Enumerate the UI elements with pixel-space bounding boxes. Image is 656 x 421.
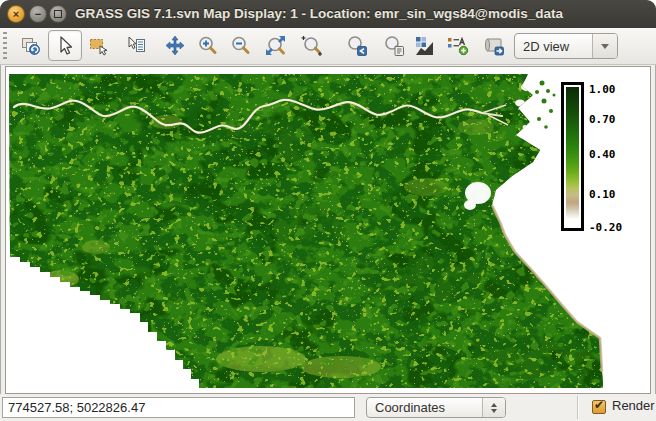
legend-label: 1.00 bbox=[589, 83, 616, 96]
titlebar[interactable]: × − GRASS GIS 7.1.svn Map Display: 1 - L… bbox=[0, 0, 656, 29]
render-checkbox-label: Render bbox=[612, 398, 655, 413]
analyze-map-icon bbox=[413, 34, 437, 58]
add-overlay-icon bbox=[445, 34, 469, 58]
legend-label: -0.20 bbox=[589, 221, 622, 234]
map-toolbar: 2D view bbox=[0, 28, 656, 65]
legend-label: 0.10 bbox=[589, 188, 616, 201]
map-display[interactable]: 1.00 0.70 0.40 0.10 -0.20 bbox=[6, 67, 650, 393]
close-button[interactable]: × bbox=[7, 5, 25, 23]
map-canvas: 1.00 0.70 0.40 0.10 -0.20 bbox=[5, 66, 651, 394]
delta-islands bbox=[535, 81, 556, 129]
zoom-region-icon bbox=[300, 34, 324, 58]
statusbar-separator bbox=[577, 396, 578, 419]
legend-label: 0.70 bbox=[589, 113, 616, 126]
pan-button[interactable] bbox=[161, 32, 189, 60]
grass-map-display-window: × − GRASS GIS 7.1.svn Map Display: 1 - L… bbox=[0, 0, 656, 421]
legend-label: 0.40 bbox=[589, 148, 616, 161]
zoom-in-icon bbox=[196, 34, 220, 58]
checkmark-icon: ✔ bbox=[594, 398, 604, 412]
pointer-button[interactable] bbox=[48, 30, 82, 61]
maximize-button[interactable] bbox=[49, 5, 67, 23]
statusbar-mode-spinner[interactable] bbox=[482, 398, 505, 417]
zoom-back-icon bbox=[345, 34, 369, 58]
zoom-extent-icon bbox=[264, 34, 288, 58]
pan-icon bbox=[163, 34, 187, 58]
zoom-region-button[interactable] bbox=[298, 32, 326, 60]
zoom-back-button[interactable] bbox=[343, 32, 371, 60]
select-region-button[interactable] bbox=[85, 32, 113, 60]
view-mode-value: 2D view bbox=[515, 39, 592, 54]
legend-color-ramp bbox=[566, 87, 579, 226]
analyze-map-button[interactable] bbox=[411, 32, 439, 60]
maximize-icon bbox=[54, 10, 62, 18]
view-mode-dropdown-button[interactable] bbox=[592, 34, 617, 58]
minimize-button[interactable]: − bbox=[29, 5, 47, 23]
chevron-down-icon bbox=[601, 44, 609, 49]
close-icon: × bbox=[13, 9, 19, 20]
render-map-button[interactable] bbox=[17, 32, 45, 60]
zoom-out-icon bbox=[229, 34, 253, 58]
save-display-button[interactable] bbox=[480, 32, 508, 60]
zoom-options-icon bbox=[382, 34, 406, 58]
render-checkbox[interactable]: ✔ bbox=[592, 400, 606, 414]
render-map-icon bbox=[19, 34, 43, 58]
save-display-icon bbox=[482, 34, 506, 58]
zoom-extent-button[interactable] bbox=[262, 32, 290, 60]
add-overlay-button[interactable] bbox=[443, 32, 471, 60]
zoom-in-button[interactable] bbox=[194, 32, 222, 60]
minimize-icon: − bbox=[35, 9, 41, 20]
window-title: GRASS GIS 7.1.svn Map Display: 1 - Locat… bbox=[75, 0, 563, 27]
zoom-out-button[interactable] bbox=[227, 32, 255, 60]
toolbar-grip[interactable] bbox=[3, 32, 7, 60]
map-legend: 1.00 0.70 0.40 0.10 -0.20 bbox=[563, 83, 623, 234]
statusbar: 774527.58; 5022826.47 Coordinates ✔ Rend… bbox=[0, 394, 656, 421]
statusbar-mode-select[interactable]: Coordinates bbox=[366, 397, 506, 418]
query-icon bbox=[125, 34, 149, 58]
query-button[interactable] bbox=[123, 32, 151, 60]
spinner-up-icon bbox=[491, 403, 497, 407]
zoom-options-button[interactable] bbox=[380, 32, 408, 60]
view-mode-select[interactable]: 2D view bbox=[514, 33, 618, 59]
pointer-icon bbox=[53, 34, 77, 58]
statusbar-mode-value: Coordinates bbox=[367, 400, 482, 415]
ndvi-raster bbox=[6, 67, 616, 393]
coordinates-display: 774527.58; 5022826.47 bbox=[2, 397, 355, 418]
spinner-down-icon bbox=[491, 409, 497, 413]
select-region-icon bbox=[87, 34, 111, 58]
